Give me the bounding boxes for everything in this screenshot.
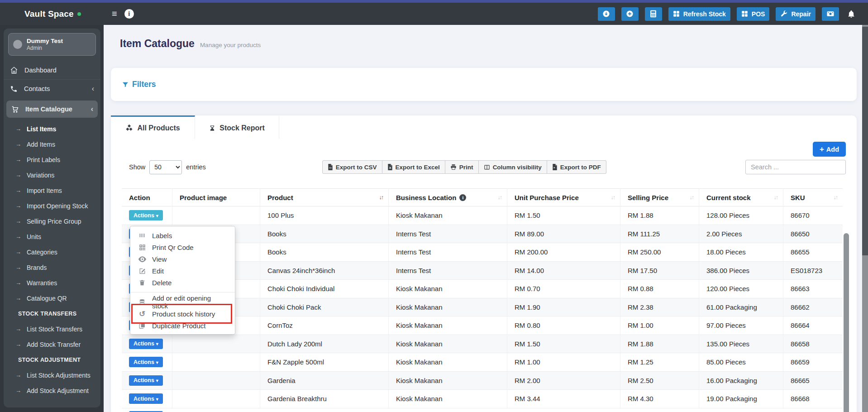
filters-label: Filters: [132, 80, 156, 89]
sort-icon[interactable]: ↓↑: [498, 194, 507, 201]
sort-icon[interactable]: ↓↑: [611, 194, 620, 201]
sidebar-subitem[interactable]: Units: [4, 229, 100, 244]
col-current-stock[interactable]: Current stock↓↑: [699, 188, 783, 206]
sidebar-subitem-label: List Items: [27, 125, 56, 133]
sidebar-subitem[interactable]: Import Opening Stock: [4, 198, 100, 214]
sidebar-subitem[interactable]: Add Stock Adjustment: [4, 383, 100, 398]
export-excel-label: Export to Excel: [396, 164, 440, 171]
sidebar-subitem[interactable]: Categories: [4, 244, 100, 260]
sidebar-subitem[interactable]: Variations: [4, 168, 100, 183]
show-entries: Show 50 entries: [129, 160, 206, 174]
sidebar-subitem[interactable]: Import Items: [4, 183, 100, 198]
add-button[interactable]: + Add: [813, 142, 846, 157]
menu-item-delete[interactable]: Delete: [130, 277, 235, 288]
menu-item-edit[interactable]: Edit: [130, 265, 235, 277]
repair-button[interactable]: Repair: [776, 7, 816, 21]
table-scrollbar[interactable]: [844, 233, 849, 412]
row-actions-button[interactable]: Actions: [129, 357, 163, 367]
sku-cell: 86659: [783, 353, 843, 371]
add-row: + Add: [111, 139, 857, 157]
printer-icon: [450, 164, 457, 170]
sidebar-subitem-label: Variations: [27, 171, 54, 179]
refresh-stock-button[interactable]: Refresh Stock: [668, 7, 730, 21]
page-scrollbar[interactable]: [862, 25, 868, 412]
phone-icon: [10, 85, 18, 93]
sidebar-subitem[interactable]: Add Items: [4, 137, 100, 152]
sidebar-item-contacts[interactable]: Contacts ‹: [4, 80, 100, 98]
sidebar-subitem[interactable]: Warranties: [4, 275, 100, 291]
pos-label: POS: [752, 10, 765, 18]
col-business-location[interactable]: Business Locationi↓↑: [389, 188, 507, 206]
location-cell: Kiosk Makanan: [389, 206, 507, 225]
col-unit-purchase-price[interactable]: Unit Purchase Price↓↑: [507, 188, 620, 206]
current-stock-cell: 85.00 Pieces: [699, 353, 783, 371]
sort-icon[interactable]: ↓↑: [774, 194, 783, 201]
sort-icon[interactable]: ↓↑: [690, 194, 699, 201]
row-actions-button[interactable]: Actions: [129, 393, 163, 404]
pdf-file-icon: [552, 164, 558, 170]
col-product[interactable]: Product↓↑: [260, 188, 389, 206]
menu-item-print-qr-code[interactable]: Print Qr Code: [130, 241, 235, 253]
sidebar-item-item-catalogue[interactable]: Item Catalogue ‹: [6, 101, 98, 118]
sidebar-subitem[interactable]: List Stock Transfers: [4, 321, 100, 337]
cash-register-button[interactable]: [822, 7, 839, 21]
selling-price-cell: RM 1.88: [620, 206, 699, 225]
sidebar-subitem-label: Print Labels: [27, 156, 60, 164]
add-quick-button[interactable]: [621, 7, 639, 21]
print-button[interactable]: Print: [445, 160, 479, 174]
hourglass-icon: [209, 125, 215, 132]
sidebar-subitem[interactable]: Print Labels: [4, 152, 100, 168]
product-cell: Choki Choki Individual: [260, 280, 389, 298]
selling-price-cell: RM 2.38: [620, 298, 699, 316]
row-actions-button[interactable]: Actions: [129, 339, 163, 349]
menu-item-view[interactable]: View: [130, 253, 235, 265]
sort-icon[interactable]: ↓↑: [379, 194, 389, 201]
info-icon[interactable]: i: [459, 194, 466, 201]
filters-toggle[interactable]: Filters: [122, 80, 156, 89]
sidebar-subitem[interactable]: Catalogue QR: [4, 291, 100, 306]
col-sku[interactable]: SKU↓↑: [783, 188, 843, 206]
page-size-select[interactable]: 50: [149, 160, 182, 174]
export-csv-button[interactable]: Export to CSV: [322, 160, 382, 174]
menu-item-add-or-edit-opening-stock[interactable]: Add or edit opening stock: [130, 296, 235, 308]
export-pdf-button[interactable]: Export to PDF: [547, 160, 606, 174]
user-card[interactable]: Dummy Test Admin: [8, 33, 96, 56]
sidebar-subitem[interactable]: Selling Price Group: [4, 214, 100, 229]
current-stock-cell: 16.00 Packaging: [699, 372, 783, 390]
sort-icon[interactable]: ↓↑: [834, 194, 843, 201]
row-actions-button[interactable]: Actions: [129, 210, 163, 220]
sidebar-subitem: STOCK TRANSFERS: [4, 306, 100, 321]
calculator-button[interactable]: [645, 7, 662, 21]
sidebar-subitem[interactable]: List Stock Adjustments: [4, 368, 100, 383]
info-icon[interactable]: i: [124, 9, 134, 19]
hamburger-menu-icon[interactable]: ≡: [112, 9, 117, 19]
sidebar-item-dashboard[interactable]: Dashboard: [4, 61, 100, 80]
sidebar: Dummy Test Admin Dashboard Contacts ‹ It…: [0, 25, 104, 412]
barcode-icon: [138, 232, 147, 239]
notifications-bell-icon[interactable]: [847, 10, 855, 19]
page-scrollbar-thumb[interactable]: [862, 27, 868, 255]
export-excel-button[interactable]: Export to Excel: [382, 160, 445, 174]
menu-item-label: Product stock history: [152, 310, 215, 318]
tab-all-products[interactable]: All Products: [111, 115, 195, 139]
selling-price-cell: RM 1.88: [620, 335, 699, 353]
col-selling-price[interactable]: Selling Price↓↑: [620, 188, 699, 206]
download-button[interactable]: [598, 7, 615, 21]
menu-item-labels[interactable]: Labels: [130, 230, 235, 241]
current-stock-cell: 61.00 Packaging: [699, 298, 783, 316]
menu-item-duplicate-product[interactable]: Duplicate Product: [130, 320, 235, 331]
product-cell: Books: [260, 243, 389, 261]
chevron-left-icon: ‹: [92, 85, 94, 93]
pos-button[interactable]: POS: [737, 7, 770, 21]
column-visibility-button[interactable]: Column visibility: [479, 160, 547, 174]
search-input[interactable]: [745, 160, 846, 174]
row-actions-button[interactable]: Actions: [129, 375, 163, 386]
sidebar-subitem[interactable]: List Items: [4, 121, 100, 137]
sidebar-subitem[interactable]: Brands: [4, 260, 100, 275]
tab-stock-report[interactable]: Stock Report: [195, 115, 279, 139]
sidebar-subitem[interactable]: Add Stock Transfer: [4, 337, 100, 352]
sidebar-subitem-label: Units: [27, 233, 41, 241]
arrow-circle-down-icon: [602, 10, 610, 18]
menu-divider: [130, 292, 235, 292]
add-button-label: Add: [826, 146, 839, 153]
